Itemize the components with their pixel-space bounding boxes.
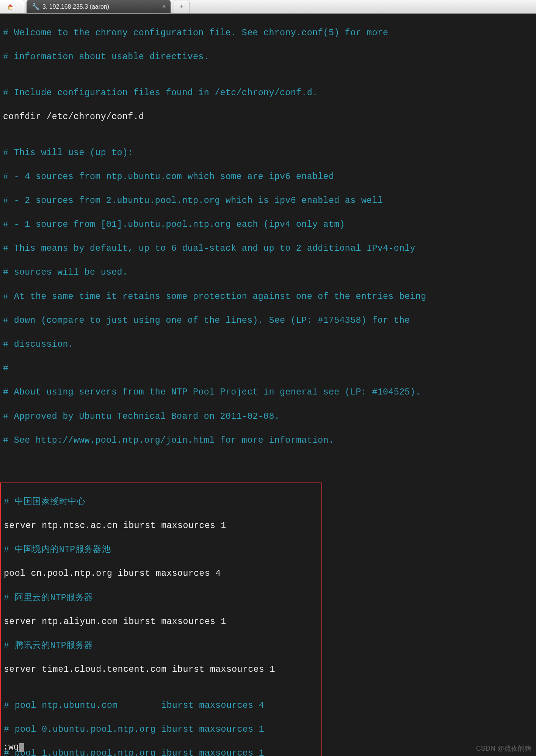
comment-line: # Welcome to the chrony configuration fi… [3,27,533,39]
home-icon-body [8,6,12,9]
comment-line: # - 4 sources from ntp.ubuntu.com which … [3,171,533,183]
comment-line: # information about usable directives. [3,51,533,63]
comment-line: # - 2 sources from 2.ubuntu.pool.ntp.org… [3,195,533,207]
new-tab-button[interactable]: + [174,0,190,13]
session-tab-title: 3. 192.168.235.3 (aaron) [42,3,109,10]
comment-line: # Approved by Ubuntu Technical Board on … [3,411,533,423]
comment-line: # About using servers from the NTP Pool … [3,387,533,399]
close-tab-button[interactable]: × [162,3,166,11]
config-line: server time1.cloud.tencent.com iburst ma… [4,664,321,676]
config-line: server ntp.ntsc.ac.cn iburst maxsources … [4,520,321,532]
comment-line: # This means by default, up to 6 dual-st… [3,243,533,255]
vim-command-line[interactable]: :wq [3,742,24,752]
comment-line: # sources will be used. [3,267,533,279]
comment-line: # 阿里云的NTP服务器 [4,592,321,604]
home-tab[interactable] [0,0,24,13]
plus-icon: + [180,3,184,11]
comment-line: # This will use (up to): [3,147,533,159]
comment-line: # down (compare to just using one of the… [3,315,533,327]
comment-line: # 腾讯云的NTP服务器 [4,640,321,652]
comment-line: # pool 1.ubuntu.pool.ntp.org iburst maxs… [4,748,321,756]
comment-line: # [3,363,533,375]
config-line: pool cn.pool.ntp.org iburst maxsources 4 [4,568,321,580]
comment-line: # 中国境内的NTP服务器池 [4,544,321,556]
comment-line: # See http://www.pool.ntp.org/join.html … [3,435,533,447]
comment-line: # - 1 source from [01].ubuntu.pool.ntp.o… [3,219,533,231]
highlighted-config-box: # 中国国家授时中心 server ntp.ntsc.ac.cn iburst … [0,483,322,756]
cursor [19,743,24,752]
comment-line: # At the same time it retains some prote… [3,291,533,303]
comment-line: # discussion. [3,339,533,351]
watermark: CSDN @熬夜的猪 [476,744,531,753]
comment-line: # Include configuration files found in /… [3,87,533,99]
wrench-icon: 🔧 [32,3,39,10]
tab-bar: 🔧 3. 192.168.235.3 (aaron) × + [0,0,536,14]
terminal[interactable]: # Welcome to the chrony configuration fi… [0,14,536,756]
comment-line: # pool 0.ubuntu.pool.ntp.org iburst maxs… [4,724,321,736]
config-line: confdir /etc/chrony/conf.d [3,111,533,123]
vim-command-text: :wq [3,742,19,752]
config-line: server ntp.aliyun.com iburst maxsources … [4,616,321,628]
comment-line: # pool ntp.ubuntu.com iburst maxsources … [4,700,321,712]
comment-line: # 中国国家授时中心 [4,496,321,508]
session-tab[interactable]: 🔧 3. 192.168.235.3 (aaron) × [27,0,171,13]
